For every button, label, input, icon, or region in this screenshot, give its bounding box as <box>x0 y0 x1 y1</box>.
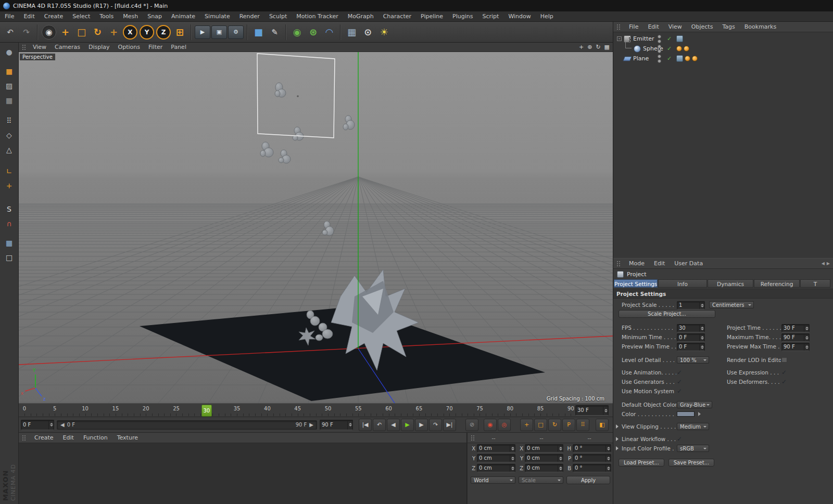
live-selection-icon[interactable]: ◉ <box>42 25 56 40</box>
visibility-dots[interactable] <box>658 55 661 63</box>
coordinate-size-y-field-stepper[interactable] <box>558 455 563 462</box>
timeline-ruler[interactable]: 051015202530354045505560657075808590 30 … <box>19 403 613 417</box>
y-axis-lock-button[interactable]: Y <box>140 25 154 40</box>
material-menu-create[interactable]: Create <box>30 433 58 443</box>
play-button[interactable]: ▶ <box>401 419 414 431</box>
spline-pen-icon[interactable]: ✎ <box>267 24 283 40</box>
coordinate-position-y-field-stepper[interactable] <box>510 455 515 462</box>
coordinate-size-x-field-stepper[interactable] <box>558 445 563 452</box>
preview-range-slider[interactable]: ◀ 0 F 90 F ▶ <box>57 420 317 430</box>
render-view-icon[interactable]: ▶ <box>195 25 210 39</box>
coordinate-system-icon[interactable]: ⊞ <box>172 24 188 40</box>
tab-project-settings[interactable]: Project Settings <box>614 279 658 288</box>
quantize-snap-icon[interactable]: □ <box>2 251 17 264</box>
preview-max-time-input-stepper[interactable] <box>804 343 809 351</box>
panel-grip[interactable] <box>22 44 26 50</box>
object-menu-view[interactable]: View <box>664 22 687 32</box>
fps-input-stepper[interactable] <box>699 325 704 332</box>
camera-icon[interactable]: ⊙ <box>360 24 376 40</box>
toggle-views-icon[interactable]: ▦ <box>604 44 610 50</box>
points-mode-icon[interactable]: ⠿ <box>2 114 17 127</box>
scale-project-button[interactable]: Scale Project... <box>619 310 715 318</box>
history-back-icon[interactable]: ◀ <box>822 261 825 266</box>
tab-referencing[interactable]: Referencing <box>754 279 800 288</box>
menu-simulate[interactable]: Simulate <box>200 11 235 21</box>
next-frame-button[interactable]: ▶ <box>415 419 428 431</box>
menu-window[interactable]: Window <box>503 11 535 21</box>
render-picture-viewer-icon[interactable]: ▣ <box>211 25 227 39</box>
object-menu-bookmarks[interactable]: Bookmarks <box>740 22 781 32</box>
render-lod-in-editor-checkbox[interactable] <box>781 357 787 363</box>
key-parameter-button[interactable]: P <box>562 419 575 431</box>
project-time-input-stepper[interactable] <box>804 325 809 332</box>
convert-selection-icon[interactable]: ● <box>2 45 17 58</box>
viewport-menu-display[interactable]: Display <box>84 43 114 51</box>
current-frame-field[interactable]: 30 F <box>575 405 609 416</box>
object-row-emitter[interactable]: -Emitter✓ <box>613 34 833 44</box>
coordinate-system-select[interactable]: World <box>471 476 515 484</box>
save-preset-button[interactable]: Save Preset... <box>668 459 714 467</box>
use-generators-checkbox[interactable]: ✓ <box>677 377 682 386</box>
object-menu-edit[interactable]: Edit <box>643 22 663 32</box>
color-expand-icon[interactable] <box>698 412 703 416</box>
maximum-time-input-stepper[interactable] <box>804 334 809 341</box>
magnet-snap-icon[interactable]: ∩ <box>2 217 17 230</box>
menu-render[interactable]: Render <box>235 11 264 21</box>
key-scale-button[interactable]: □ <box>534 419 547 431</box>
linear-workflow-checkbox[interactable]: ✓ <box>677 434 682 444</box>
visibility-dots[interactable] <box>658 35 661 43</box>
previous-key-button[interactable]: ↶ <box>373 419 386 431</box>
preview-min-time-input[interactable]: 0 F <box>677 343 705 351</box>
key-position-button[interactable]: + <box>520 419 533 431</box>
panel-grip[interactable] <box>22 435 26 441</box>
coordinate-size-z-field-stepper[interactable] <box>558 464 563 472</box>
preview-max-time-input[interactable]: 90 F <box>781 343 810 351</box>
range-end-stepper[interactable] <box>347 420 352 430</box>
coordinate-position-x-field[interactable]: 0 cm <box>477 444 515 453</box>
viewport-canvas[interactable]: Y x z Perspective Grid Spacing : 100 cm <box>19 52 613 403</box>
menu-plugins[interactable]: Plugins <box>448 11 477 21</box>
record-keyframe-button[interactable]: ◉ <box>484 419 497 431</box>
object-menu-file[interactable]: File <box>624 22 643 32</box>
autokeying-button[interactable]: ◎ <box>498 419 511 431</box>
menu-help[interactable]: Help <box>536 11 558 21</box>
use-animation-checkbox[interactable]: ✓ <box>677 368 682 377</box>
attribute-menu-edit[interactable]: Edit <box>649 259 670 268</box>
project-scale-unit-select[interactable]: Centimeters <box>709 301 754 308</box>
workplane-mode-icon[interactable]: ▦ <box>2 94 17 107</box>
axis-mode-icon[interactable]: ∟ <box>2 164 17 177</box>
project-time-input[interactable]: 30 F <box>781 324 810 332</box>
viewport-menu-panel[interactable]: Panel <box>167 43 191 51</box>
load-preset-button[interactable]: Load Preset... <box>619 459 664 467</box>
editor-visibility-dot[interactable] <box>658 45 661 48</box>
coordinate-position-z-field[interactable]: 0 cm <box>477 464 515 472</box>
menu-tools[interactable]: Tools <box>95 11 118 21</box>
coordinate-rotation-p-field[interactable]: 0 ° <box>573 454 611 462</box>
range-start-stepper[interactable] <box>48 420 54 430</box>
render-visibility-dot[interactable] <box>658 59 661 63</box>
menu-edit[interactable]: Edit <box>19 11 39 21</box>
orange-tag-icon[interactable] <box>684 46 689 51</box>
key-pla-button[interactable]: ⠿ <box>576 419 589 431</box>
tag-icon[interactable] <box>676 35 683 42</box>
render-visibility-dot[interactable] <box>658 40 661 43</box>
coordinate-rotation-h-field-stepper[interactable] <box>605 445 611 452</box>
tag-icon[interactable] <box>676 55 683 62</box>
orange-tag-icon[interactable] <box>685 56 690 61</box>
coordinate-rotation-b-field-stepper[interactable] <box>605 464 611 472</box>
texture-mode-icon[interactable]: ▨ <box>2 79 17 92</box>
object-enabled-check[interactable]: ✓ <box>667 35 672 42</box>
snap-settings-icon[interactable]: S <box>2 202 17 215</box>
deformer-icon[interactable]: ◠ <box>321 24 337 40</box>
coordinate-position-z-field-stepper[interactable] <box>510 464 515 472</box>
use-deformers-checkbox[interactable]: ✓ <box>781 377 787 386</box>
level-of-detail-select[interactable]: 100 % <box>677 356 709 364</box>
history-forward-icon[interactable]: ▶ <box>827 261 830 266</box>
polygons-mode-icon[interactable]: △ <box>2 143 17 156</box>
input-color-profile-select[interactable]: sRGB <box>677 445 709 452</box>
menu-character[interactable]: Character <box>378 11 416 21</box>
object-row-plane[interactable]: Plane✓ <box>613 54 833 63</box>
environment-icon[interactable]: ▦ <box>344 24 360 40</box>
range-right-handle[interactable]: ▶ <box>309 422 313 428</box>
range-left-handle[interactable]: ◀ <box>60 422 65 428</box>
